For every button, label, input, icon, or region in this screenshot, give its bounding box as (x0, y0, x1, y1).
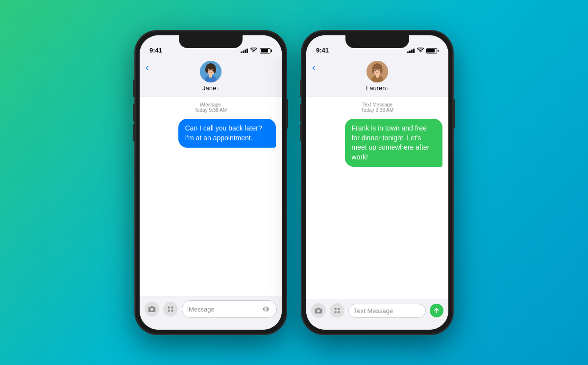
phone-2-screen: 9:41 (306, 35, 448, 330)
apps-button-1[interactable] (163, 302, 178, 316)
svg-point-21 (375, 70, 376, 71)
phone-1-screen: 9:41 (140, 35, 282, 330)
svg-rect-12 (266, 306, 266, 312)
contact-avatar-2 (367, 61, 388, 82)
contact-chevron-2: › (387, 85, 389, 91)
contact-name-1[interactable]: Jane › (202, 84, 219, 92)
message-area-1: iMessage Today 9:38 AM Can I call you ba… (140, 97, 282, 296)
contact-avatar-1 (200, 61, 221, 82)
send-button-2[interactable] (430, 304, 443, 317)
apps-button-2[interactable] (330, 303, 344, 318)
phone-2-notch (345, 35, 409, 48)
status-icons-1 (241, 48, 272, 54)
signal-icon-2 (407, 49, 415, 53)
status-time-1: 9:41 (149, 47, 162, 54)
input-area-2: Text Message (306, 299, 448, 330)
status-time-2: 9:41 (316, 47, 329, 54)
signal-icon-1 (241, 49, 248, 53)
svg-rect-24 (376, 75, 379, 78)
svg-point-5 (206, 64, 215, 70)
phone-1-frame: 9:41 (135, 30, 287, 335)
camera-button-2[interactable] (311, 303, 326, 318)
contact-chevron-1: › (217, 85, 219, 91)
svg-rect-11 (265, 307, 265, 311)
wifi-icon-2 (417, 48, 424, 54)
camera-button-1[interactable] (145, 302, 159, 316)
message-bubble-2: Frank is in town and free for dinner ton… (345, 119, 443, 167)
audio-button-1[interactable] (261, 304, 271, 314)
status-icons-2 (407, 48, 439, 54)
message-area-2: Text Message Today 9:38 AM Frank is in t… (306, 97, 448, 299)
svg-point-22 (378, 70, 379, 71)
input-placeholder-1: iMessage (187, 306, 258, 313)
back-button-1[interactable]: ‹ (146, 62, 149, 73)
message-timestamp-1: iMessage Today 9:38 AM (146, 102, 276, 113)
message-input-1[interactable]: iMessage (182, 300, 277, 318)
phone-1: 9:41 (135, 30, 287, 335)
svg-rect-9 (209, 75, 212, 78)
svg-rect-10 (263, 308, 264, 310)
svg-point-7 (212, 70, 213, 71)
message-input-2[interactable]: Text Message (348, 304, 426, 318)
svg-point-6 (208, 70, 209, 71)
contact-name-2[interactable]: Lauren › (366, 84, 389, 92)
svg-rect-13 (267, 307, 268, 311)
svg-rect-14 (269, 308, 269, 310)
battery-icon-1 (260, 48, 272, 53)
message-timestamp-2: Text Message Today 9:38 AM (312, 102, 442, 113)
nav-header-1: ‹ (140, 57, 282, 97)
phone-2: 9:41 (301, 30, 453, 335)
svg-point-20 (373, 64, 382, 70)
input-placeholder-2: Text Message (354, 307, 420, 314)
message-bubble-1: Can I call you back later? I'm at an app… (178, 119, 276, 148)
battery-icon-2 (426, 48, 439, 53)
input-area-1: iMessage (140, 296, 282, 330)
nav-header-2: ‹ (306, 57, 448, 97)
phone-2-frame: 9:41 (301, 30, 453, 335)
wifi-icon-1 (250, 48, 257, 54)
phone-1-notch (179, 35, 243, 48)
back-button-2[interactable]: ‹ (312, 62, 316, 73)
